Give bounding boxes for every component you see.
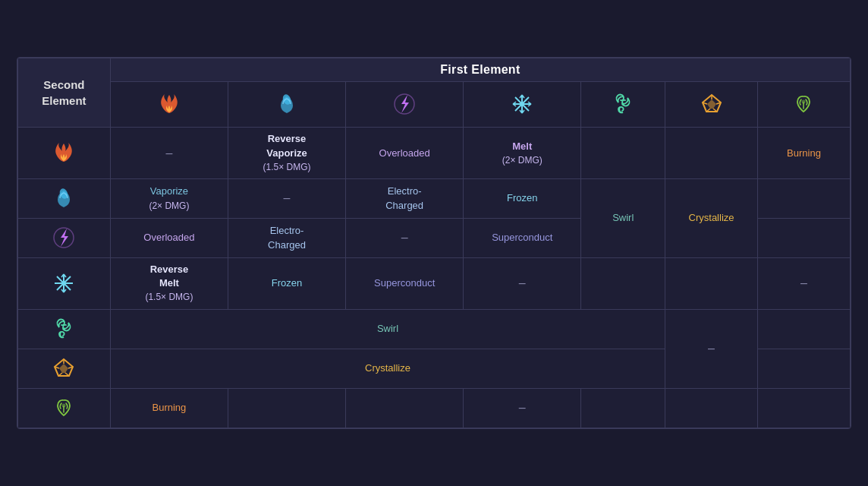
svg-point-15 bbox=[621, 103, 624, 106]
cell-electro-electro: – bbox=[346, 219, 464, 258]
reaction-vaporize-mult: (2× DMG) bbox=[149, 200, 189, 211]
cell-geo-dendro bbox=[757, 349, 850, 388]
cell-electro-dendro bbox=[757, 219, 850, 258]
col-icon-pyro bbox=[110, 82, 228, 128]
svg-point-33 bbox=[62, 327, 65, 330]
cell-pyro-anemo bbox=[581, 128, 665, 179]
svg-point-32 bbox=[61, 281, 66, 286]
col-icon-electro bbox=[346, 82, 464, 128]
reaction-reverse-melt-mult: (1.5× DMG) bbox=[145, 292, 193, 302]
dendro-row-icon bbox=[49, 393, 78, 422]
hydro-col-icon bbox=[272, 90, 301, 118]
cell-hydro-pyro: Vaporize (2× DMG) bbox=[110, 179, 228, 219]
reaction-overloaded-e-label: Overloaded bbox=[143, 232, 194, 243]
svg-point-21 bbox=[802, 100, 806, 104]
row-icon-dendro bbox=[18, 388, 111, 428]
pyro-row-icon bbox=[49, 138, 78, 167]
row-icon-anemo bbox=[18, 309, 111, 349]
pyro-col-icon bbox=[155, 90, 184, 118]
reaction-reverse-melt-label: ReverseMelt bbox=[150, 264, 189, 289]
geo-row-icon bbox=[49, 354, 78, 383]
col-icon-geo bbox=[665, 82, 758, 128]
reaction-superconduct-label: Superconduct bbox=[492, 232, 552, 243]
cell-cryo-dendro: – bbox=[757, 258, 850, 310]
reaction-swirl-label: Swirl bbox=[612, 212, 634, 223]
cell-anemo-geo: – bbox=[665, 309, 758, 388]
reaction-burning-d-label: Burning bbox=[153, 402, 187, 413]
row-pyro: – ReverseVaporize (1.5× DMG) Overloaded … bbox=[18, 128, 851, 179]
reaction-reverse-vaporize-mult: (1.5× DMG) bbox=[263, 162, 311, 172]
geo-col-icon bbox=[697, 90, 726, 118]
dendro-col-icon bbox=[789, 90, 818, 118]
cell-dendro-cryo: – bbox=[464, 388, 581, 428]
row-cryo: ReverseMelt (1.5× DMG) Frozen Supercondu… bbox=[18, 258, 851, 310]
second-element-header: SecondElement bbox=[18, 58, 111, 128]
header-row: SecondElement First Element bbox=[18, 58, 851, 82]
row-icon-electro bbox=[18, 219, 111, 258]
cell-hydro-electro: Electro-Charged bbox=[346, 179, 464, 219]
col-icon-cryo bbox=[464, 82, 581, 128]
row-icon-geo bbox=[18, 349, 111, 388]
reaction-electrocharged-label: Electro-Charged bbox=[385, 185, 423, 210]
col-icon-hydro bbox=[228, 82, 345, 128]
reaction-overloaded-label: Overloaded bbox=[379, 147, 430, 159]
first-element-header: First Element bbox=[110, 58, 850, 82]
cell-hydro-dendro bbox=[757, 179, 850, 219]
cell-hydro-cryo: Frozen bbox=[464, 179, 581, 219]
cell-cryo-pyro: ReverseMelt (1.5× DMG) bbox=[110, 258, 228, 310]
cell-pyro-cryo: Melt (2× DMG) bbox=[464, 128, 581, 179]
cell-electro-hydro: Electro-Charged bbox=[228, 219, 345, 258]
cell-dendro-hydro bbox=[228, 388, 345, 428]
cell-cryo-cryo: – bbox=[464, 258, 581, 310]
cell-dendro-anemo bbox=[581, 388, 665, 428]
electro-row-icon bbox=[49, 223, 78, 252]
row-dendro: Burning – bbox=[18, 388, 851, 428]
row-anemo: Swirl – bbox=[18, 309, 851, 349]
row-icon-cryo bbox=[18, 258, 111, 310]
cell-cryo-geo bbox=[665, 258, 758, 310]
reaction-melt-mult: (2× DMG) bbox=[502, 155, 542, 166]
cell-dendro-dendro bbox=[757, 388, 850, 428]
reaction-reverse-vaporize-label: ReverseVaporize bbox=[266, 133, 307, 158]
reaction-swirl-row-label: Swirl bbox=[377, 323, 398, 334]
cell-electro-cryo: Superconduct bbox=[464, 219, 581, 258]
svg-point-14 bbox=[520, 102, 524, 106]
row-icon-hydro bbox=[18, 179, 111, 219]
cell-hydro-anemo-swirl: Swirl bbox=[581, 179, 665, 258]
cell-hydro-hydro: – bbox=[228, 179, 345, 219]
reaction-melt-label: Melt bbox=[512, 140, 532, 152]
cell-electro-pyro: Overloaded bbox=[110, 219, 228, 258]
cell-cryo-anemo bbox=[581, 258, 665, 310]
cell-dendro-pyro: Burning bbox=[110, 388, 228, 428]
reaction-table: SecondElement First Element bbox=[17, 58, 851, 428]
column-icon-row bbox=[18, 82, 851, 128]
row-hydro: Vaporize (2× DMG) – Electro-Charged Froz… bbox=[18, 179, 851, 219]
cell-pyro-dendro: Burning bbox=[757, 128, 850, 179]
cell-anemo-dendro bbox=[757, 309, 850, 349]
cell-geo-crystallize: Crystallize bbox=[110, 349, 665, 388]
reaction-electrocharged-e-label: Electro-Charged bbox=[268, 225, 306, 250]
svg-point-39 bbox=[62, 403, 66, 407]
electro-col-icon bbox=[390, 90, 419, 118]
cell-anemo-swirl: Swirl bbox=[110, 309, 665, 349]
cryo-row-icon bbox=[49, 269, 78, 298]
reaction-vaporize-label: Vaporize bbox=[150, 185, 188, 197]
cell-hydro-geo-crystallize: Crystallize bbox=[665, 179, 758, 258]
hydro-row-icon bbox=[49, 184, 78, 213]
cell-dendro-geo bbox=[665, 388, 758, 428]
anemo-col-icon bbox=[609, 90, 637, 118]
row-icon-pyro bbox=[18, 128, 111, 179]
reaction-burning-label: Burning bbox=[787, 147, 821, 159]
cell-pyro-pyro: – bbox=[110, 128, 228, 179]
cryo-col-icon bbox=[508, 90, 536, 118]
cell-cryo-hydro: Frozen bbox=[228, 258, 345, 310]
cell-pyro-geo bbox=[665, 128, 758, 179]
cell-pyro-hydro: ReverseVaporize (1.5× DMG) bbox=[228, 128, 345, 179]
reaction-frozen-label: Frozen bbox=[507, 192, 537, 204]
cell-dendro-electro bbox=[346, 388, 464, 428]
cell-pyro-electro: Overloaded bbox=[346, 128, 464, 179]
reaction-crystallize-row-label: Crystallize bbox=[365, 362, 410, 374]
col-icon-dendro bbox=[757, 82, 850, 128]
reaction-frozen-c-label: Frozen bbox=[272, 277, 302, 289]
reaction-table-wrapper: SecondElement First Element bbox=[17, 57, 851, 428]
